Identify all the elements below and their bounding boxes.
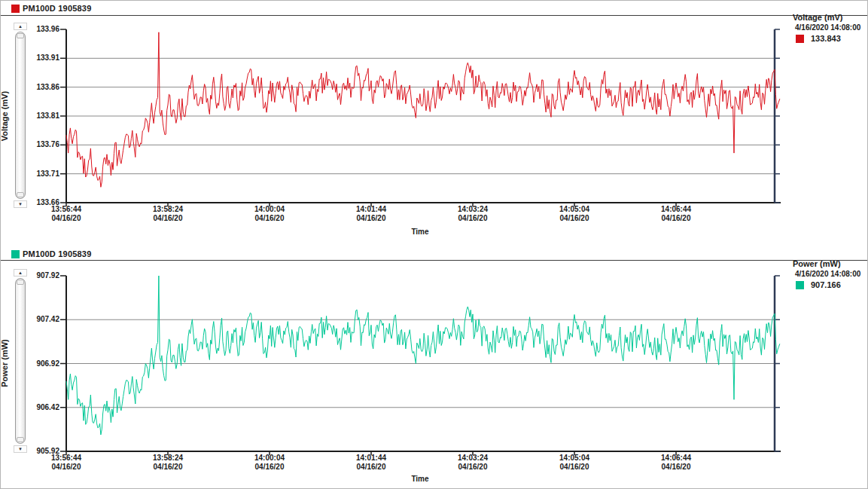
tick-time: 14:05:04 [548,454,601,463]
legend: Power (mW) 4/16/2020 14:08:00 907.166 [790,258,866,289]
tick-date: 04/16/20 [650,214,702,223]
scroll-down-button[interactable]: ▼ [14,445,27,453]
tick-date: 04/16/20 [446,214,499,223]
legend-color-swatch [796,281,804,289]
legend-value-row: 133.843 [790,34,866,43]
x-tick-label: 14:05:0404/16/20 [548,454,601,472]
x-tick-label: 14:03:2404/16/20 [446,454,499,472]
tick-time: 14:06:44 [650,205,702,214]
header-separator [1,15,868,16]
chart-header: PM100D 1905839 [1,2,91,14]
y-tick-label: 906.92 [26,359,59,368]
y-tick-label: 907.92 [26,271,59,280]
legend-title: Voltage (mV) [790,12,866,23]
device-label: PM100D 1905839 [23,4,91,13]
scroll-up-button[interactable]: ▲ [14,269,27,277]
y-tick-label: 907.42 [26,315,59,324]
y-tick-label: 133.81 [26,112,59,121]
thumb-grip-icon [17,437,24,442]
header-separator [1,260,868,261]
x-tick-label: 13:56:4404/16/20 [40,454,93,472]
x-tick-label: 13:58:2404/16/20 [142,454,194,472]
tick-time: 13:58:24 [142,205,194,214]
tick-time: 13:56:44 [40,454,93,463]
tick-date: 04/16/20 [40,214,93,223]
chart-header: PM100D 1905839 [1,248,91,260]
y-axis-title: Voltage (mV) [0,35,11,197]
tick-date: 04/16/20 [243,214,296,223]
x-tick-label: 14:01:4404/16/20 [345,205,397,223]
legend-current-value: 133.843 [811,34,841,43]
tick-date: 04/16/20 [243,463,296,472]
tick-time: 14:03:24 [446,205,499,214]
scroll-up-button[interactable]: ▲ [14,23,27,30]
y-tick-label: 133.76 [26,140,59,149]
x-tick-label: 13:56:4404/16/20 [40,205,93,223]
tick-time: 14:06:44 [650,454,702,463]
x-axis-title: Time [397,475,443,483]
tick-date: 04/16/20 [446,463,499,472]
tick-date: 04/16/20 [40,463,93,472]
thumb-grip-icon [17,280,24,285]
thumb-grip-icon [17,33,24,38]
x-tick-label: 14:05:0404/16/20 [548,205,601,223]
tick-time: 14:01:44 [345,454,397,463]
tick-date: 04/16/20 [548,463,601,472]
x-tick-label: 13:58:2404/16/20 [142,205,194,223]
tick-time: 14:01:44 [345,205,397,214]
x-tick-label: 14:06:4404/16/20 [650,454,702,472]
tick-time: 13:56:44 [40,205,93,214]
power-plot-area[interactable] [66,276,775,451]
legend-timestamp: 4/16/2020 14:08:00 [790,269,866,279]
y-tick-label: 906.42 [26,403,59,412]
x-tick-label: 14:00:0404/16/20 [243,454,296,472]
legend-value-row: 907.166 [790,280,866,289]
x-tick-label: 14:06:4404/16/20 [650,205,702,223]
tick-date: 04/16/20 [142,463,194,472]
y-axis-title: Power (mW) [0,283,11,444]
tick-time: 14:00:04 [243,205,296,214]
voltage-plot-area[interactable] [66,29,775,203]
y-tick-label: 133.86 [26,83,59,92]
tick-date: 04/16/20 [345,214,397,223]
tick-date: 04/16/20 [650,463,702,472]
legend-timestamp: 4/16/2020 14:08:00 [790,23,866,32]
tick-date: 04/16/20 [142,214,194,223]
tick-date: 04/16/20 [345,463,397,472]
scroll-down-button[interactable]: ▼ [14,200,27,208]
power-monitor-window: PM100D 1905839 ▲ ▼ Voltage (mV) Time Vol… [0,0,868,489]
legend-current-value: 907.166 [811,280,841,289]
series-color-swatch [11,5,20,13]
scrollbar-thumb[interactable] [15,278,26,444]
x-tick-label: 14:03:2404/16/20 [446,205,499,223]
y-tick-label: 133.91 [26,53,59,63]
legend: Voltage (mV) 4/16/2020 14:08:00 133.843 [790,12,866,43]
tick-date: 04/16/20 [548,214,601,223]
y-tick-label: 133.71 [26,170,59,179]
tick-time: 14:05:04 [548,205,601,214]
device-label: PM100D 1905839 [23,249,91,258]
x-tick-label: 14:01:4404/16/20 [345,454,397,472]
x-axis-title: Time [397,228,443,236]
tick-time: 13:58:24 [142,454,194,463]
tick-time: 14:03:24 [446,454,499,463]
tick-time: 14:00:04 [243,454,296,463]
thumb-grip-icon [17,192,24,197]
x-tick-label: 14:00:0404/16/20 [243,205,296,223]
scrollbar-thumb[interactable] [15,32,26,199]
legend-title: Power (mW) [790,258,866,269]
y-tick-label: 133.96 [26,25,59,34]
series-color-swatch [11,250,20,258]
legend-color-swatch [796,35,804,43]
